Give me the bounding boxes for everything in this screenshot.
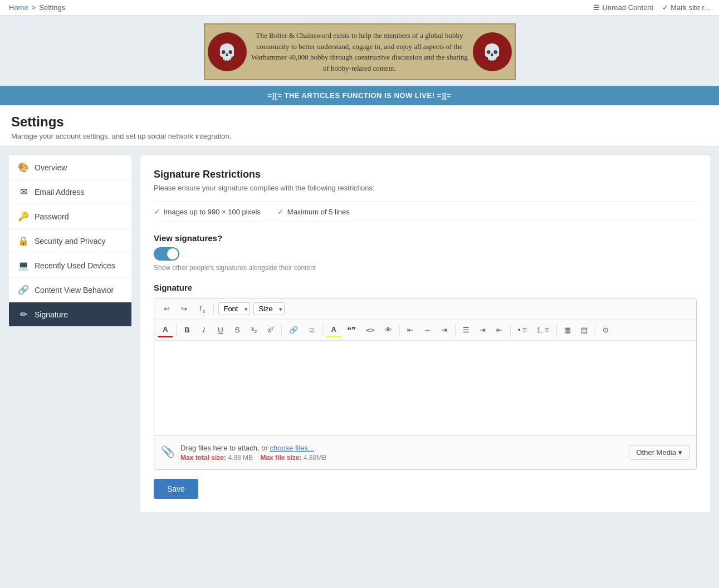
sidebar-item-label: Signature bbox=[35, 310, 68, 319]
list-num-button[interactable]: 1. ≡ bbox=[532, 323, 554, 337]
banner-skull-right: 💀 bbox=[473, 32, 512, 71]
indent-button[interactable]: ⇥ bbox=[475, 323, 491, 337]
unread-content-nav[interactable]: ☰ Unread Content bbox=[593, 3, 653, 12]
attach-meta: Max total size: 4.88 MB Max file size: 4… bbox=[180, 454, 326, 462]
font-select[interactable]: Font bbox=[218, 302, 250, 315]
mark-site-read-nav[interactable]: ✓ Mark site r... bbox=[662, 3, 710, 12]
size-select-wrapper: Size bbox=[253, 302, 285, 315]
restriction-item-2: ✓ Maximum of 5 lines bbox=[277, 207, 350, 216]
sidebar-item-security-privacy[interactable]: 🔒 Security and Privacy bbox=[9, 229, 131, 253]
sidebar-item-recently-used-devices[interactable]: 💻 Recently Used Devices bbox=[9, 253, 131, 278]
font-select-wrapper: Font bbox=[218, 302, 250, 315]
main-layout: 🎨 Overview ✉ Email Address 🔑 Password 🔒 … bbox=[0, 146, 719, 521]
mark-site-read-label: Mark site r... bbox=[671, 3, 710, 12]
sidebar-item-label: Overview bbox=[35, 163, 67, 172]
align-left-button[interactable]: ⇤ bbox=[403, 323, 418, 337]
pencil-icon: ✏ bbox=[18, 309, 29, 320]
banner-wrapper: 💀 The Bolter & Chainsword exists to help… bbox=[0, 16, 719, 86]
align-right-button[interactable]: ⇥ bbox=[437, 323, 452, 337]
max-file-label: Max file size: bbox=[260, 454, 301, 462]
sidebar-item-email-address[interactable]: ✉ Email Address bbox=[9, 180, 131, 204]
subscript-button[interactable]: x2 bbox=[246, 322, 262, 337]
articles-bar-text: =][= THE ARTICLES FUNCTION IS NOW LIVE! … bbox=[268, 91, 452, 100]
unread-icon: ☰ bbox=[593, 3, 600, 12]
table-button[interactable]: ▦ bbox=[560, 323, 575, 337]
other-media-button[interactable]: Other Media ▾ bbox=[629, 445, 689, 460]
sidebar-item-content-view-behavior[interactable]: 🔗 Content View Behavior bbox=[9, 278, 131, 302]
signature-editor-section: Signature ↩ ↪ Tx Font Size bbox=[154, 283, 697, 499]
restrictions-row: ✓ Images up to 990 × 100 pixels ✓ Maximu… bbox=[154, 201, 697, 222]
code-button[interactable]: <> bbox=[361, 323, 379, 337]
sidebar-item-password[interactable]: 🔑 Password bbox=[9, 204, 131, 229]
palette-icon: 🎨 bbox=[18, 162, 29, 173]
lock-icon: 🔒 bbox=[18, 236, 29, 246]
undo-button[interactable]: ↩ bbox=[160, 302, 174, 315]
restriction-subtitle: Please ensure your signature complies wi… bbox=[154, 184, 697, 192]
check-icon: ✓ bbox=[662, 3, 668, 12]
outdent-button[interactable]: ⇤ bbox=[492, 323, 507, 337]
align-center-button[interactable]: ↔ bbox=[419, 323, 436, 337]
content-panel: Signature Restrictions Please ensure you… bbox=[140, 155, 710, 512]
text-color-button[interactable]: A bbox=[158, 322, 173, 337]
tb-sep-7 bbox=[556, 324, 557, 336]
view-signatures-toggle[interactable] bbox=[154, 247, 179, 261]
tb-sep-5 bbox=[455, 324, 456, 336]
attach-info: Drag files here to attach, or choose fil… bbox=[180, 444, 326, 462]
drag-text: Drag files here to attach, or bbox=[180, 444, 270, 452]
editor-toolbar-main: A B I U S x2 x2 🔗 ☺ A ❝❞ <> 👁 bbox=[154, 320, 696, 341]
max-total-value: 4.88 MB bbox=[228, 454, 253, 462]
view-signatures-label: View signatures? bbox=[154, 233, 697, 243]
choose-files-link[interactable]: choose files... bbox=[270, 444, 314, 452]
unread-content-label: Unread Content bbox=[602, 3, 653, 12]
bold-button[interactable]: B bbox=[179, 323, 195, 337]
highlight-button[interactable]: A bbox=[326, 322, 341, 337]
size-select[interactable]: Size bbox=[253, 302, 285, 315]
sidebar-item-label: Security and Privacy bbox=[35, 237, 106, 246]
clear-format-button[interactable]: Tx bbox=[194, 302, 209, 316]
signature-restrictions-section: Signature Restrictions Please ensure you… bbox=[154, 169, 697, 222]
sidebar-item-overview[interactable]: 🎨 Overview bbox=[9, 155, 131, 180]
top-nav: Home > Settings ☰ Unread Content ✓ Mark … bbox=[0, 0, 719, 16]
view-signatures-section: View signatures? Show other people's sig… bbox=[154, 233, 697, 272]
tb-sep-4 bbox=[399, 324, 400, 336]
restriction-text-2: Maximum of 5 lines bbox=[287, 208, 350, 216]
tb-sep-1 bbox=[176, 324, 177, 336]
page-title: Settings bbox=[11, 114, 708, 130]
other-media-chevron-icon: ▾ bbox=[678, 448, 682, 457]
check-icon-2: ✓ bbox=[277, 207, 284, 216]
banner-skull-left: 💀 bbox=[208, 32, 247, 71]
superscript-button[interactable]: x2 bbox=[263, 323, 278, 337]
editor-wrapper: ↩ ↪ Tx Font Size bbox=[154, 298, 697, 470]
sidebar-item-signature[interactable]: ✏ Signature bbox=[9, 302, 131, 327]
spoiler-button[interactable]: 👁 bbox=[380, 323, 397, 337]
link-button[interactable]: 🔗 bbox=[285, 323, 302, 337]
max-total-label: Max total size: bbox=[180, 454, 226, 462]
table2-button[interactable]: ▤ bbox=[576, 323, 592, 337]
attach-left: 📎 Drag files here to attach, or choose f… bbox=[161, 444, 326, 462]
check-icon-1: ✓ bbox=[154, 207, 160, 216]
articles-bar: =][= THE ARTICLES FUNCTION IS NOW LIVE! … bbox=[0, 86, 719, 105]
home-link[interactable]: Home bbox=[9, 3, 28, 12]
strikethrough-button[interactable]: S bbox=[229, 323, 245, 337]
special-button[interactable]: ⊙ bbox=[598, 323, 614, 337]
banner-text: The Bolter & Chainsword exists to help t… bbox=[205, 30, 515, 74]
sidebar-item-label: Email Address bbox=[35, 188, 84, 197]
redo-button[interactable]: ↪ bbox=[177, 302, 191, 315]
email-icon: ✉ bbox=[18, 187, 29, 197]
emoji-button[interactable]: ☺ bbox=[304, 323, 320, 337]
toggle-row bbox=[154, 247, 697, 261]
paperclip-icon: 📎 bbox=[161, 445, 175, 458]
save-section: Save bbox=[154, 479, 697, 499]
editor-body[interactable] bbox=[154, 341, 696, 435]
top-nav-right: ☰ Unread Content ✓ Mark site r... bbox=[593, 3, 710, 12]
breadcrumb: Home > Settings bbox=[9, 3, 65, 12]
tb-sep-6 bbox=[510, 324, 511, 336]
italic-button[interactable]: I bbox=[196, 323, 212, 337]
list-bullet-button[interactable]: • ≡ bbox=[513, 323, 531, 337]
toggle-knob bbox=[167, 248, 178, 259]
justify-button[interactable]: ☰ bbox=[458, 323, 474, 337]
restriction-item-1: ✓ Images up to 990 × 100 pixels bbox=[154, 207, 261, 216]
quote-button[interactable]: ❝❞ bbox=[343, 322, 360, 338]
underline-button[interactable]: U bbox=[213, 323, 228, 337]
save-button[interactable]: Save bbox=[154, 479, 198, 499]
